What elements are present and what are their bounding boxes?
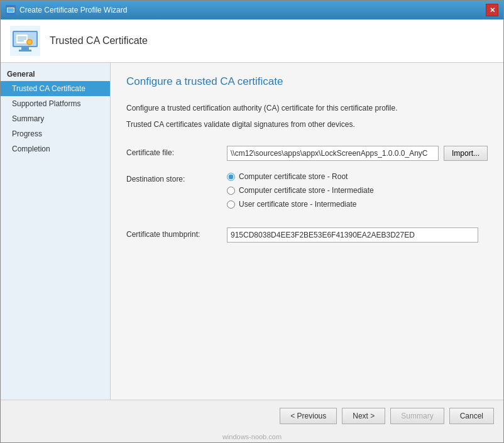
title-bar: Create Certificate Profile Wizard ✕	[1, 1, 503, 19]
import-button[interactable]: Import...	[444, 146, 488, 161]
radio-intermediate-label: Computer certificate store - Intermediat…	[239, 186, 374, 195]
sidebar-item-summary[interactable]: Summary	[1, 111, 110, 126]
radio-user-intermediate-input[interactable]	[227, 200, 235, 209]
radio-intermediate[interactable]: Computer certificate store - Intermediat…	[227, 186, 374, 195]
sidebar: General Trusted CA Certificate Supported…	[1, 63, 111, 400]
svg-rect-6	[21, 47, 29, 50]
close-button[interactable]: ✕	[486, 4, 498, 16]
thumbprint-control-group	[227, 227, 488, 243]
thumbprint-input[interactable]	[227, 227, 478, 243]
cert-file-input[interactable]	[227, 146, 439, 161]
previous-button[interactable]: < Previous	[280, 408, 337, 424]
main-content: General Trusted CA Certificate Supported…	[1, 63, 503, 400]
cert-file-control-group: Import...	[227, 146, 488, 161]
radio-user-intermediate-label: User certificate store - Intermediate	[239, 200, 356, 209]
description-text: Configure a trusted certification author…	[126, 102, 488, 114]
radio-group: Computer certificate store - Root Comput…	[227, 172, 374, 209]
destination-store-row: Destination store: Computer certificate …	[126, 172, 488, 209]
radio-intermediate-input[interactable]	[227, 187, 235, 195]
cert-file-label: Certificate file:	[126, 146, 227, 157]
window-icon	[6, 5, 16, 15]
cert-file-row: Certificate file: Import...	[126, 146, 488, 161]
sidebar-item-trusted-ca[interactable]: Trusted CA Certificate	[1, 81, 110, 96]
content-title: Configure a trusted CA certificate	[126, 75, 488, 93]
next-button[interactable]: Next >	[342, 408, 385, 424]
thumbprint-label: Certificate thumbprint:	[126, 227, 227, 239]
thumbprint-row: Certificate thumbprint:	[126, 227, 488, 243]
wizard-window: Create Certificate Profile Wizard ✕ Trus…	[0, 0, 504, 443]
window-title: Create Certificate Profile Wizard	[19, 6, 127, 14]
dest-store-label: Destination store:	[126, 172, 227, 183]
sidebar-item-progress[interactable]: Progress	[1, 126, 110, 141]
title-bar-left: Create Certificate Profile Wizard	[6, 5, 127, 15]
header-title: Trusted CA Certificate	[50, 35, 148, 46]
header-area: Trusted CA Certificate	[1, 19, 503, 63]
content-panel: Configure a trusted CA certificate Confi…	[111, 63, 503, 400]
radio-user-intermediate[interactable]: User certificate store - Intermediate	[227, 200, 374, 209]
sidebar-item-completion[interactable]: Completion	[1, 141, 110, 156]
radio-root-input[interactable]	[227, 173, 235, 181]
radio-root-label: Computer certificate store - Root	[239, 172, 348, 181]
sidebar-item-supported-platforms[interactable]: Supported Platforms	[1, 96, 110, 111]
radio-root[interactable]: Computer certificate store - Root	[227, 172, 374, 181]
svg-rect-2	[8, 8, 14, 12]
sidebar-section-general: General	[1, 66, 110, 81]
header-icon	[10, 26, 40, 56]
svg-rect-7	[19, 50, 31, 52]
validate-text: Trusted CA certificates validate digital…	[126, 119, 488, 130]
svg-point-13	[28, 40, 31, 44]
summary-button[interactable]: Summary	[390, 408, 444, 424]
footer: < Previous Next > Summary Cancel	[1, 400, 503, 431]
cancel-button[interactable]: Cancel	[449, 408, 494, 424]
watermark: windows-noob.com	[1, 431, 503, 442]
